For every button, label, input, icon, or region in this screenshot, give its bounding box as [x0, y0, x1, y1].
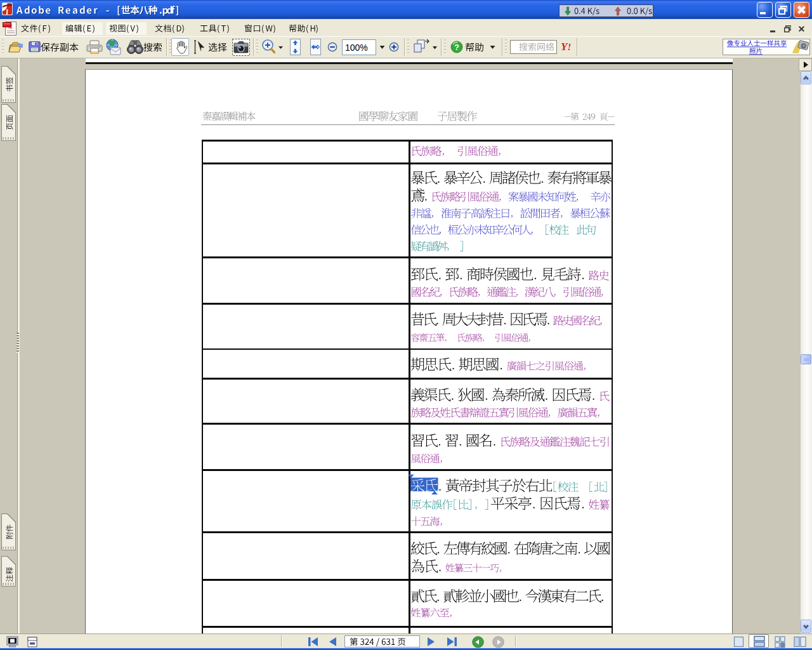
svg-text:?: ?: [454, 43, 459, 52]
